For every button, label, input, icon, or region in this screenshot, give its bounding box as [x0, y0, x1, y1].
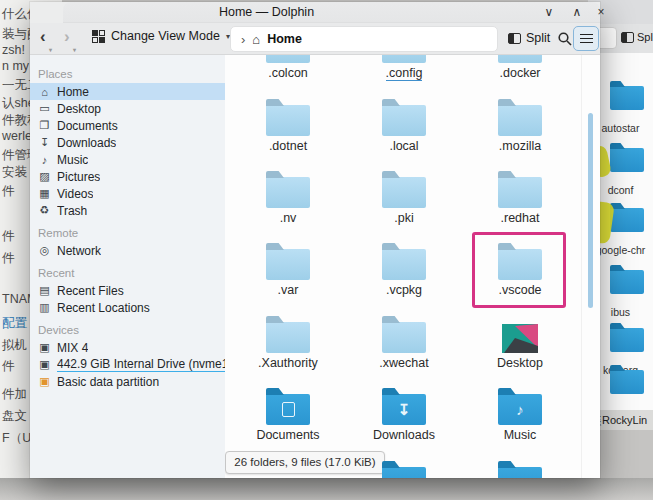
file-item-downloads[interactable]: ↧Downloads: [349, 385, 459, 447]
folder-icon: [382, 55, 426, 63]
file-item-label: .docker: [465, 66, 575, 80]
home-icon: ⌂: [38, 86, 51, 98]
sidebar-section-title: Places: [38, 68, 225, 80]
doc-emblem-icon: [266, 394, 310, 425]
file-icon-wrap: [349, 96, 459, 136]
background-split-button[interactable]: Split: [621, 31, 653, 43]
file-item-partial[interactable]: [465, 458, 575, 478]
file-item-config[interactable]: .config: [349, 55, 459, 85]
maximize-button[interactable]: ∧: [567, 4, 587, 21]
file-item-xwechat[interactable]: .xwechat: [349, 313, 459, 375]
sidebar-item-442-9-gib-internal-drive-nvme1n1p[interactable]: ▣442.9 GiB Internal Drive (nvme1n1p…: [30, 356, 225, 373]
file-view: 26 folders, 9 files (17.0 KiB) .colcon.c…: [225, 55, 600, 478]
drive-icon: ▣: [38, 375, 51, 388]
file-item-name: .Xauthority: [258, 356, 318, 370]
file-icon-wrap: [465, 458, 575, 478]
file-item-music[interactable]: ♪Music: [465, 385, 575, 447]
home-icon: ⌂: [252, 32, 260, 47]
downloads-icon: ↧: [38, 136, 51, 149]
sidebar-item-documents[interactable]: ❐Documents: [30, 117, 225, 134]
pictures-icon: ▨: [38, 170, 51, 183]
sidebar-item-downloads[interactable]: ↧Downloads: [30, 134, 225, 151]
file-item-name: Desktop: [497, 356, 543, 370]
folder-icon: [266, 249, 310, 280]
titlebar[interactable]: Home — Dolphin ∨ ∧ ×: [63, 2, 600, 23]
background-text-line: 件: [2, 250, 15, 267]
file-item-local[interactable]: .local: [349, 96, 459, 158]
bg-folder-item[interactable]: [610, 370, 644, 394]
sidebar-item-recent-files[interactable]: ▤Recent Files: [30, 282, 225, 299]
sidebar-item-mix-4[interactable]: ▣MIX 4: [30, 339, 225, 356]
file-item-documents[interactable]: Documents: [233, 385, 343, 447]
file-item-name: .local: [389, 139, 418, 153]
file-item-partial[interactable]: [349, 458, 459, 478]
minimize-button[interactable]: ∨: [539, 4, 559, 21]
sidebar-item-recent-locations[interactable]: ▥Recent Locations: [30, 299, 225, 316]
file-item-colcon[interactable]: .colcon: [233, 55, 343, 85]
sidebar-item-network[interactable]: ◎Network: [30, 242, 225, 259]
file-item-name: .redhat: [501, 211, 540, 225]
file-icon-wrap: [233, 313, 343, 353]
file-item-label: .local: [349, 139, 459, 153]
file-item-name: .config: [386, 66, 423, 81]
close-button[interactable]: ×: [591, 4, 611, 21]
file-item-redhat[interactable]: .redhat: [465, 168, 575, 230]
file-item-label: .pki: [349, 211, 459, 225]
file-icon-wrap: [233, 96, 343, 136]
folder-icon: [266, 322, 310, 353]
sidebar-item-trash[interactable]: ♻Trash: [30, 202, 225, 219]
folder-icon: [498, 249, 542, 280]
file-item-name: .xwechat: [379, 356, 428, 370]
file-item-name: .pki: [394, 211, 413, 225]
sidebar-section-title: Devices: [38, 324, 225, 336]
sidebar-item-pictures[interactable]: ▨Pictures: [30, 168, 225, 185]
change-view-mode-button[interactable]: Change View Mode ▾: [92, 29, 230, 43]
sidebar-item-label: Downloads: [57, 136, 116, 150]
file-item-name: .var: [278, 283, 299, 297]
sidebar-item-label: 442.9 GiB Internal Drive (nvme1n1p…: [57, 357, 225, 372]
background-text-line: 配置: [2, 315, 27, 332]
hamburger-menu-button[interactable]: [573, 26, 599, 51]
window-title: Home — Dolphin: [63, 5, 600, 19]
split-button[interactable]: Split: [508, 31, 550, 45]
bg-folder-autostar[interactable]: [610, 86, 644, 110]
file-item-pki[interactable]: .pki: [349, 168, 459, 230]
file-item-desktop[interactable]: Desktop: [465, 313, 575, 375]
document-glyph: [282, 402, 295, 417]
file-item-mozilla[interactable]: .mozilla: [465, 96, 575, 158]
sidebar-item-videos[interactable]: ▦Videos: [30, 185, 225, 202]
file-item-vscode[interactable]: .vscode: [465, 240, 575, 302]
breadcrumb[interactable]: › ⌂ Home: [230, 26, 498, 52]
background-text-line: 件: [2, 183, 15, 200]
sidebar-item-music[interactable]: ♪Music: [30, 151, 225, 168]
bg-folder-ibus[interactable]: [610, 270, 644, 294]
split-view-icon: [508, 33, 521, 44]
file-item-var[interactable]: .var: [233, 240, 343, 302]
sidebar-item-label: Desktop: [57, 102, 101, 116]
split-label: Split: [526, 31, 550, 45]
sidebar-item-basic-data-partition[interactable]: ▣Basic data partition: [30, 373, 225, 390]
file-item-xauthority[interactable]: .Xauthority: [233, 313, 343, 375]
music-note-glyph: ♪: [516, 402, 524, 417]
download-arrow-glyph: ↧: [398, 402, 411, 417]
file-item-vcpkg[interactable]: .vcpkg: [349, 240, 459, 302]
file-item-docker[interactable]: .docker: [465, 55, 575, 85]
folder-icon: [266, 55, 310, 63]
sidebar-item-label: Network: [57, 244, 101, 258]
file-icon-wrap: [233, 240, 343, 280]
file-item-label: Downloads: [349, 428, 459, 442]
search-button[interactable]: [557, 31, 573, 47]
sidebar-item-home[interactable]: ⌂Home: [30, 83, 225, 100]
back-button[interactable]: ‹▾: [40, 27, 46, 47]
scrollbar-thumb[interactable]: [588, 113, 593, 308]
sidebar-item-desktop[interactable]: ▭Desktop: [30, 100, 225, 117]
forward-button[interactable]: ›▾: [64, 27, 70, 47]
file-item-nv[interactable]: .nv: [233, 168, 343, 230]
bg-folder-google-chr[interactable]: [610, 208, 644, 232]
file-item-label: Documents: [233, 428, 343, 442]
bg-folder-kde-org[interactable]: [610, 328, 644, 352]
breadcrumb-chevron-icon: ›: [241, 32, 245, 47]
file-item-dotnet[interactable]: .dotnet: [233, 96, 343, 158]
bg-folder-dconf[interactable]: [610, 148, 644, 172]
file-item-name: .mozilla: [499, 139, 541, 153]
